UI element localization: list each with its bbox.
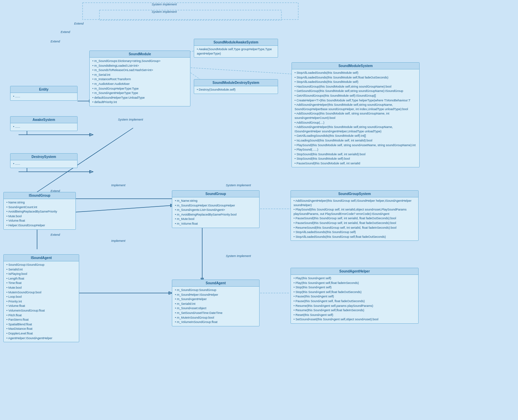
sound-agent-header: SoundAgent: [172, 280, 259, 287]
entity-member-0: ......: [13, 94, 75, 99]
sound-group-system-member-2: PauseSound(this SoundGroup self, int ser…: [294, 216, 416, 221]
i-sound-agent-member-1: SerialId:int: [6, 267, 77, 272]
sound-group-box: SoundGroup m_Name:string m_SoundGroupHel…: [172, 190, 260, 228]
i-sound-agent-member-15: DopplerLevel:float: [6, 331, 77, 336]
svg-rect-1: [99, 10, 281, 20]
sound-module-box: SoundModule m_SoundGroups:Dictionary<str…: [89, 51, 190, 106]
sound-module-body: m_SoundGroups:Dictionary<string,SoundGro…: [90, 58, 190, 106]
svg-marker-9: [90, 170, 93, 173]
sound-group-system-member-4: ResumeSound(this SoundGroup self, int se…: [294, 226, 416, 230]
sound-module-destroy-member-0: Destroy(SoundModule.self): [197, 88, 276, 92]
entity-body: ......: [10, 93, 77, 100]
sound-group-member-3: m_AvoidBeingReplacedBySamePriority:bool: [175, 213, 257, 217]
svg-marker-6: [90, 133, 93, 136]
sound-agent-member-5: m_SetSoundAssetTime:DateTime: [175, 311, 257, 315]
sound-module-system-member-14: PlaySound(......): [295, 148, 417, 152]
i-sound-agent-member-13: SpatialBlend:float: [6, 322, 77, 327]
label-system-implement-1: System Implement: [152, 3, 177, 6]
sound-agent-helper-member-7: Resume(this SoundAgent self,float fadeIn…: [294, 308, 416, 313]
sound-module-member-0: m_SoundGroups:Dictionary<string,SoundGro…: [92, 59, 188, 63]
sound-group-header: SoundGroup: [172, 191, 259, 197]
sound-module-member-9: defaultPriority:int: [92, 100, 188, 104]
sound-agent-helper-box: SoundAgentHelper Play(this SoundAgent se…: [291, 268, 419, 324]
sound-agent-helper-body: Play(this SoundAgent self) Play(this Sou…: [291, 275, 418, 323]
i-sound-agent-member-12: PanSterro:float: [6, 318, 77, 322]
sound-module-system-member-2: StopAllLoadedSounds(this SoundModule sel…: [295, 80, 417, 84]
label-system-implement-3: System Implement: [118, 118, 143, 121]
label-system-implement-5: System Implement: [226, 254, 251, 258]
sound-module-header: SoundModule: [90, 51, 190, 58]
sound-agent-helper-member-2: Stop(this SoundAgent self): [294, 285, 416, 290]
sound-group-member-1: m_SoundGroupHelper:ISoundGroupHelper: [175, 203, 257, 208]
sound-agent-helper-member-0: Play(this SoundAgent self): [294, 276, 416, 281]
i-sound-agent-member-7: Loop:bool: [6, 295, 77, 299]
sound-agent-helper-member-3: Stop(this SoundAgent self,float fadeOutS…: [294, 290, 416, 294]
i-sound-agent-member-4: Time:float: [6, 281, 77, 285]
label-extend-5: Extend: [51, 233, 60, 236]
i-sound-group-member-2: AvoidBeingReplacedBySamePriority: [6, 209, 73, 214]
i-sound-group-member-3: Mute:bool: [6, 214, 73, 219]
sound-agent-helper-member-4: Pause(this SoundAgent self): [294, 294, 416, 299]
sound-module-destroy-system-box: SoundModuleDestroySystem Destroy(SoundMo…: [194, 79, 278, 94]
sound-agent-member-0: m_SoundGroup:SoundGroup: [175, 288, 257, 292]
label-implement-2: Implement: [111, 239, 125, 243]
sound-agent-member-6: m_MuteInSoundGroup:bool: [175, 316, 257, 320]
label-system-implement-4: System Implement: [226, 184, 251, 187]
label-extend-1: Extend: [74, 22, 84, 25]
sound-group-system-member-3: PauseSound(this SoundGroup self, int ser…: [294, 221, 416, 225]
sound-group-system-member-1: PlaySound(this SoundGroup self, int seri…: [294, 207, 416, 216]
sound-module-system-member-1: StopAllLoadedSounds(this SoundModule sel…: [295, 75, 417, 80]
i-sound-group-member-4: Volume:float: [6, 219, 73, 223]
i-sound-agent-box: ISoundAgent SoundGroup:ISoundGroup Seria…: [3, 254, 79, 342]
sound-group-system-header: SoundGroupSystem: [291, 191, 418, 197]
sound-module-system-member-9: AddSoundGroup(....): [295, 121, 417, 125]
sound-group-system-member-0: AddSoundAgentHelper(this SoundGroup self…: [294, 199, 416, 207]
i-sound-group-member-1: SoundAgentCount:int: [6, 205, 73, 209]
sound-module-system-member-3: HasSoundGroup(this SoundModule self,stri…: [295, 85, 417, 89]
sound-module-system-member-7: AddSoundAgentHelper(this SoundModule sel…: [295, 103, 417, 111]
sound-agent-helper-member-8: Reset(this SoundAgent self): [294, 313, 416, 317]
label-extend-3: Extend: [51, 40, 60, 43]
sound-module-awake-system-box: SoundModuleAwakeSystem Awake(SoundModule…: [194, 39, 278, 58]
sound-group-member-2: m_SoundAgents:List<SoundAgent>: [175, 208, 257, 212]
sound-module-destroy-system-header: SoundModuleDestroySystem: [194, 79, 278, 86]
sound-agent-helper-member-9: SetSoundAsset(this SoundAgent self,objec…: [294, 317, 416, 322]
sound-agent-helper-member-1: Play(this SoundAgent self,float fadeInSe…: [294, 281, 416, 285]
i-sound-agent-member-2: IsPlaying:bool: [6, 272, 77, 276]
sound-module-awake-member-0: Awake(SoundModule self,Type groupHelperT…: [197, 47, 276, 56]
sound-module-member-4: m_InstanceRoot:Transform: [92, 77, 188, 82]
sound-module-member-1: m_SoundsBeingLoaded:List<int>: [92, 64, 188, 68]
sound-module-system-member-17: PauseSound(this SoundModule self, int se…: [295, 161, 417, 166]
sound-agent-member-3: m_SerialId:int: [175, 302, 257, 306]
sound-module-system-box: SoundModuleSystem StopAllLoadedSounds(th…: [292, 62, 420, 167]
sound-module-member-5: m_AudioMixer:AudioMixer: [92, 82, 188, 86]
sound-module-system-member-4: GetSoundGroup(this SoundModule self,stri…: [295, 89, 417, 93]
label-implement-1: Implement: [111, 184, 125, 187]
i-sound-agent-member-8: Priority:int: [6, 299, 77, 304]
i-sound-agent-member-6: MuteInSoundGroup:bool: [6, 290, 77, 295]
i-sound-agent-header: ISoundAgent: [4, 255, 79, 261]
sound-agent-helper-header: SoundAgentHelper: [291, 268, 418, 275]
destroy-system-body: ......: [10, 160, 77, 168]
i-sound-agent-member-9: Volume:float: [6, 304, 77, 308]
sound-module-system-member-13: PlaySound(this SoundModule self, string …: [295, 143, 417, 148]
sound-agent-helper-member-6: Resume(this SoundAgent self,params playS…: [294, 304, 416, 308]
sound-module-awake-system-body: Awake(SoundModule self,Type groupHelperT…: [194, 46, 278, 57]
i-sound-agent-member-3: Length:float: [6, 277, 77, 281]
sound-group-system-body: AddSoundAgentHelper(this SoundGroup self…: [291, 197, 418, 240]
label-system-implement-2: System Implement: [152, 10, 177, 13]
destroy-system-box: DestroySystem ......: [10, 153, 78, 168]
i-sound-group-member-0: Name:string: [6, 200, 73, 205]
sound-module-awake-system-header: SoundModuleAwakeSystem: [194, 39, 278, 46]
sound-agent-box: SoundAgent m_SoundGroup:SoundGroup m_Sou…: [172, 280, 260, 326]
entity-box: Entity ......: [10, 86, 78, 101]
sound-agent-member-4: m_SoundAsset:object: [175, 306, 257, 311]
awake-system-header: AwakeSystem: [10, 117, 77, 123]
sound-agent-member-1: m_SoundHelper:ISoundHelper: [175, 293, 257, 297]
i-sound-group-body: Name:string SoundAgentCount:int AvoidBei…: [4, 199, 75, 229]
sound-module-system-member-16: StopSound(this SoundModule self):bool: [295, 157, 417, 161]
sound-group-system-member-6: StopAllLoadedSounds(this SoundGroup self…: [294, 235, 416, 239]
sound-module-system-member-10: AddSoundAgentHelper(this SoundModule sel…: [295, 125, 417, 133]
entity-header: Entity: [10, 86, 77, 93]
sound-agent-member-2: m_SoundAgentHelper: [175, 297, 257, 301]
